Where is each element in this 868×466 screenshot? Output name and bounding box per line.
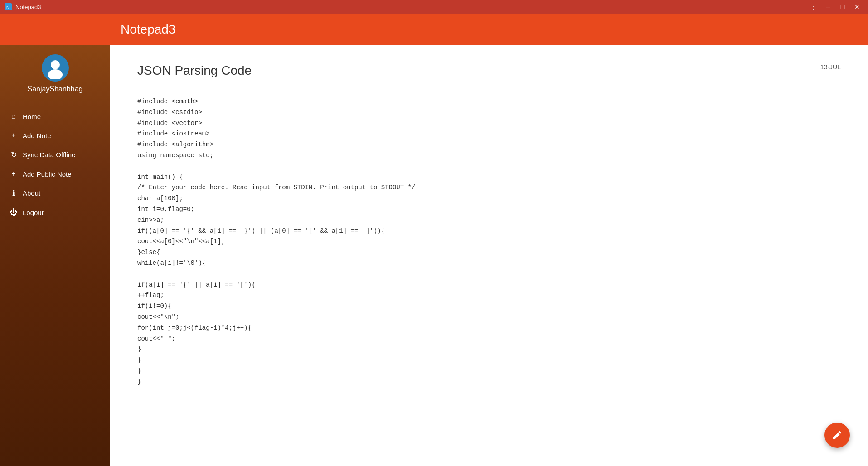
sidebar-item-add-note-label: Add Note	[23, 132, 51, 139]
add-note-icon: +	[9, 131, 18, 139]
app-icon: N	[5, 3, 12, 10]
sidebar-item-home-label: Home	[23, 113, 41, 120]
logout-icon: ⏻	[9, 208, 18, 216]
svg-point-3	[51, 60, 60, 69]
content-area: JSON Parsing Code 13-JUL #include <cmath…	[110, 45, 868, 466]
app-header-title: Notepad3	[121, 22, 175, 37]
minimize-button[interactable]: ─	[822, 2, 834, 12]
note-title: JSON Parsing Code	[137, 63, 841, 78]
sidebar-item-logout[interactable]: ⏻ Logout	[0, 203, 110, 222]
sidebar-item-about[interactable]: ℹ About	[0, 183, 110, 203]
sidebar-item-home[interactable]: ⌂ Home	[0, 107, 110, 126]
add-public-note-icon: +	[9, 170, 18, 178]
title-bar: N Notepad3 ⋮ ─ □ ✕	[0, 0, 868, 14]
sidebar-item-logout-label: Logout	[23, 209, 44, 216]
sidebar: SanjayShanbhag ⌂ Home + Add Note ↻ Sync …	[0, 45, 110, 466]
note-date: 13-JUL	[820, 63, 841, 71]
about-icon: ℹ	[9, 189, 18, 197]
more-options-button[interactable]: ⋮	[807, 2, 820, 12]
main-layout: SanjayShanbhag ⌂ Home + Add Note ↻ Sync …	[0, 45, 868, 466]
sidebar-profile: SanjayShanbhag	[0, 45, 110, 102]
sidebar-item-sync[interactable]: ↻ Sync Data Offline	[0, 145, 110, 164]
sidebar-item-about-label: About	[23, 189, 40, 197]
sidebar-item-add-public-note[interactable]: + Add Public Note	[0, 164, 110, 183]
fab-edit-button[interactable]	[824, 423, 850, 448]
note-content: #include <cmath> #include <cstdio> #incl…	[137, 96, 841, 388]
username-label: SanjayShanbhag	[28, 85, 83, 93]
home-icon: ⌂	[9, 112, 18, 120]
sidebar-item-sync-label: Sync Data Offline	[23, 151, 75, 159]
app-header: Notepad3	[0, 14, 868, 45]
window-controls: ⋮ ─ □ ✕	[807, 2, 863, 12]
note-divider	[137, 87, 841, 87]
avatar	[42, 54, 69, 82]
svg-text:N: N	[6, 5, 10, 10]
title-bar-left: N Notepad3	[5, 3, 41, 10]
window-title: Notepad3	[15, 4, 41, 10]
sidebar-item-add-note[interactable]: + Add Note	[0, 126, 110, 145]
maximize-button[interactable]: □	[836, 2, 849, 12]
close-button[interactable]: ✕	[851, 2, 863, 12]
sync-icon: ↻	[9, 150, 18, 159]
sidebar-item-add-public-note-label: Add Public Note	[23, 170, 72, 178]
sidebar-navigation: ⌂ Home + Add Note ↻ Sync Data Offline + …	[0, 107, 110, 222]
